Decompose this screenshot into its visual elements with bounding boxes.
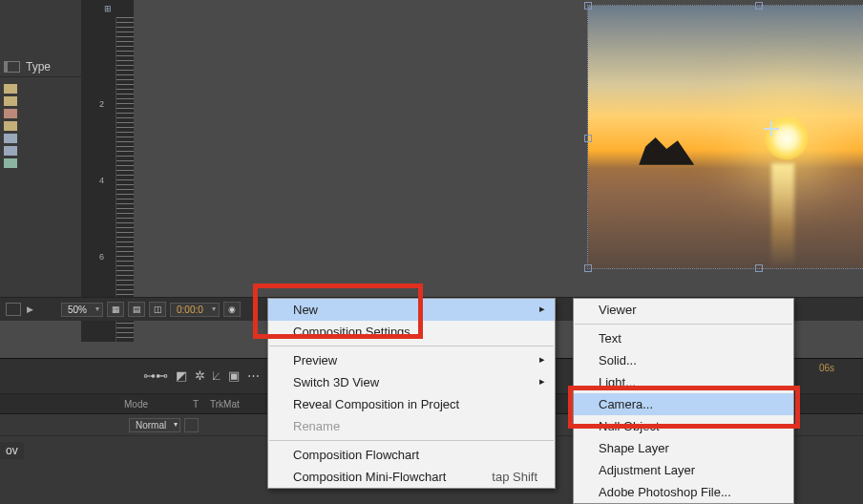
- layer-label-swatch[interactable]: [4, 146, 17, 156]
- transform-handle[interactable]: [755, 2, 763, 10]
- submenu-camera[interactable]: Camera...: [574, 393, 793, 415]
- sun-reflection: [771, 163, 794, 268]
- ruler-column: ⊞ 2 4 6: [81, 0, 135, 342]
- mode-column: Mode: [124, 399, 181, 410]
- timeline-switches: ⊶⊷ ◩ ✲ ⟀ ▣ ⋯: [143, 368, 260, 383]
- layer-label-swatch[interactable]: [4, 84, 17, 94]
- mask-icon[interactable]: ◫: [149, 302, 166, 317]
- menu-separator: [575, 324, 792, 325]
- snap-icon[interactable]: ⊞: [81, 0, 134, 17]
- submenu-shape-layer[interactable]: Shape Layer: [574, 437, 793, 459]
- menu-separator: [269, 440, 554, 441]
- menu-preview[interactable]: Preview: [268, 349, 555, 371]
- menu-composition-flowchart[interactable]: Composition Flowchart: [268, 444, 555, 466]
- submenu-light[interactable]: Light...: [574, 371, 793, 393]
- layer-label-swatch[interactable]: [4, 134, 17, 143]
- grid-icon[interactable]: ▤: [128, 302, 145, 317]
- more-switches-icon[interactable]: ⋯: [247, 368, 260, 383]
- motion-blur-icon[interactable]: ✲: [195, 368, 205, 383]
- transform-handle[interactable]: [755, 264, 763, 272]
- trkmat-column: TrkMat: [210, 399, 240, 410]
- vertical-ruler: 2 4 6: [116, 17, 134, 342]
- shortcut-hint: tap Shift: [492, 470, 537, 484]
- zoom-dropdown[interactable]: 50%: [61, 303, 103, 317]
- shy-icon[interactable]: ⊶⊷: [143, 368, 168, 383]
- ruler-mark: 6: [99, 252, 104, 262]
- anchor-point-icon[interactable]: [764, 121, 779, 136]
- layer-label-swatch[interactable]: [4, 121, 17, 131]
- transform-handle[interactable]: [584, 135, 592, 142]
- ruler-mark: 2: [99, 99, 104, 109]
- new-submenu: Viewer Text Solid... Light... Camera... …: [573, 298, 794, 504]
- expand-icon[interactable]: ▶: [25, 304, 34, 314]
- menu-composition-settings[interactable]: Composition Settings...: [268, 321, 555, 343]
- submenu-adjustment-layer[interactable]: Adjustment Layer: [574, 459, 793, 481]
- current-time-display[interactable]: 0:00:0: [170, 303, 220, 317]
- ruler-mark: 4: [99, 176, 104, 185]
- type-column-header: Type: [26, 60, 51, 74]
- menu-mini-flowchart[interactable]: Composition Mini-Flowchart tap Shift: [268, 466, 555, 488]
- menu-switch-3d-view[interactable]: Switch 3D View: [268, 371, 555, 393]
- blend-mode-dropdown[interactable]: Normal: [129, 418, 180, 432]
- composition-viewer[interactable]: [134, 0, 863, 344]
- layer-label-swatch[interactable]: [4, 109, 17, 118]
- layer-bounding-box[interactable]: [587, 5, 863, 269]
- viewer-context-menu: New Composition Settings... Preview Swit…: [267, 298, 556, 489]
- project-side-panel: Type: [0, 0, 82, 315]
- menu-new[interactable]: New: [268, 299, 555, 321]
- label-column-header: Type: [0, 57, 81, 77]
- region-toggle-icon[interactable]: [6, 303, 21, 316]
- t-column: T: [181, 399, 210, 410]
- label-icon: [4, 61, 20, 73]
- frame-blend-icon[interactable]: ◩: [176, 368, 187, 383]
- draft-3d-icon[interactable]: ▣: [228, 368, 240, 383]
- submenu-text[interactable]: Text: [574, 327, 793, 349]
- submenu-photoshop-file[interactable]: Adobe Photoshop File...: [574, 481, 793, 503]
- time-label: 06s: [819, 363, 834, 373]
- submenu-viewer[interactable]: Viewer: [574, 299, 793, 321]
- preserve-transparency-toggle[interactable]: [184, 418, 199, 432]
- layer-label-swatch[interactable]: [4, 96, 17, 106]
- rock-silhouette: [639, 135, 694, 165]
- submenu-null-object[interactable]: Null Object: [574, 415, 793, 437]
- menu-rename: Rename: [268, 415, 555, 437]
- submenu-solid[interactable]: Solid...: [574, 349, 793, 371]
- snapshot-icon[interactable]: ◉: [223, 302, 241, 317]
- menu-reveal-in-project[interactable]: Reveal Composition in Project: [268, 393, 555, 415]
- graph-editor-icon[interactable]: ⟀: [213, 368, 221, 383]
- label-swatches: [0, 77, 81, 175]
- menu-separator: [269, 346, 554, 346]
- resolution-icon[interactable]: ▦: [107, 302, 124, 317]
- footage-preview-sunset: [588, 6, 863, 268]
- transform-handle[interactable]: [584, 2, 592, 10]
- transform-handle[interactable]: [584, 264, 592, 272]
- layer-label-swatch[interactable]: [4, 158, 17, 168]
- layer-name-fragment: ov: [0, 442, 24, 459]
